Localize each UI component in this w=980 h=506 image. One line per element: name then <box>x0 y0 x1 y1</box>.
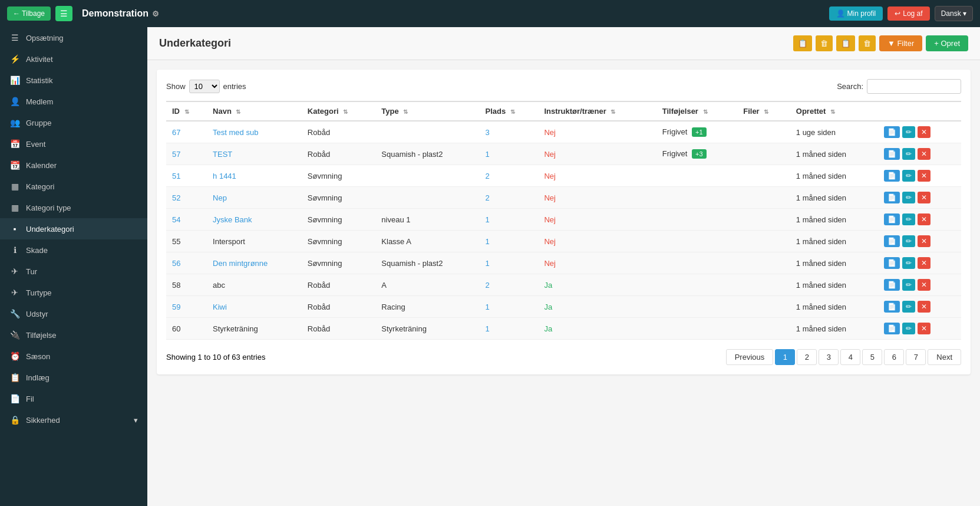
table-row[interactable]: Nep <box>207 187 302 209</box>
sidebar-item-udstyr[interactable]: 🔧 Udstyr <box>0 303 147 324</box>
page-7[interactable]: 7 <box>906 349 926 365</box>
col-id[interactable]: ID ⇅ <box>166 101 207 121</box>
create-button[interactable]: + Opret <box>926 35 968 51</box>
delete-row-button[interactable]: ✕ <box>918 148 930 160</box>
delete-row-button[interactable]: ✕ <box>918 279 930 291</box>
plugin-icon: 🔌 <box>9 330 20 340</box>
view-button[interactable]: 📄 <box>884 323 900 334</box>
view-button[interactable]: 📄 <box>884 192 900 203</box>
view-button[interactable]: 📄 <box>884 257 900 269</box>
col-tilfojelser[interactable]: Tilføjelser ⇅ <box>656 101 737 121</box>
col-type[interactable]: Type ⇅ <box>375 101 479 121</box>
col-filer[interactable]: Filer ⇅ <box>737 101 790 121</box>
sidebar-item-tilfojelse[interactable]: 🔌 Tilføjelse <box>0 324 147 346</box>
edit-button[interactable]: ✏ <box>902 126 915 138</box>
delete-button-1[interactable]: 🗑 <box>816 35 833 51</box>
view-button[interactable]: 📄 <box>884 235 900 247</box>
view-button[interactable]: 📄 <box>884 301 900 313</box>
table-row[interactable]: Jyske Bank <box>207 209 302 231</box>
chevron-down-icon: ▾ <box>134 416 138 425</box>
sidebar-item-event[interactable]: 📅 Event <box>0 133 147 155</box>
sidebar-item-statistik[interactable]: 📊 Statistik <box>0 70 147 91</box>
delete-row-button[interactable]: ✕ <box>918 213 930 225</box>
col-navn[interactable]: Navn ⇅ <box>207 101 302 121</box>
sidebar-item-gruppe[interactable]: 👥 Gruppe <box>0 112 147 133</box>
delete-row-button[interactable]: ✕ <box>918 170 930 182</box>
delete-row-button[interactable]: ✕ <box>918 257 930 269</box>
edit-button[interactable]: ✏ <box>902 170 915 182</box>
sidebar-item-tur[interactable]: ✈ Tur <box>0 261 147 282</box>
prev-button[interactable]: Previous <box>726 349 774 365</box>
table-row[interactable]: Den mintgrønne <box>207 252 302 274</box>
profile-button[interactable]: 👤 Min profil <box>829 6 883 21</box>
table-row-actions: 📄 ✏ ✕ <box>878 252 961 274</box>
sidebar-item-sikkerhed[interactable]: 🔒 Sikkerhed ▾ <box>0 409 147 431</box>
edit-button[interactable]: ✏ <box>902 257 915 269</box>
edit-button[interactable]: ✏ <box>902 213 915 225</box>
table-row[interactable]: h 1441 <box>207 165 302 187</box>
table-row: Klasse A <box>375 231 479 252</box>
page-1[interactable]: 1 <box>775 349 795 365</box>
col-kategori[interactable]: Kategori ⇅ <box>302 101 375 121</box>
table-row[interactable]: Test med sub <box>207 121 302 143</box>
col-instruktor[interactable]: Instruktør/træner ⇅ <box>538 101 656 121</box>
delete-button-2[interactable]: 🗑 <box>859 35 876 51</box>
table-row: niveau 1 <box>375 209 479 231</box>
page-2[interactable]: 2 <box>797 349 817 365</box>
table-row[interactable]: Intersport <box>207 231 302 252</box>
table-row[interactable]: abc <box>207 274 302 296</box>
page-4[interactable]: 4 <box>840 349 860 365</box>
sidebar-item-medlem[interactable]: 👤 Medlem <box>0 91 147 112</box>
language-selector[interactable]: Dansk ▾ <box>935 6 973 21</box>
entries-select[interactable]: 10 25 50 100 <box>189 80 220 93</box>
pagination: Previous 1 2 3 4 5 6 7 Next <box>726 349 961 365</box>
copy-button-1[interactable]: 📋 <box>793 35 812 51</box>
sidebar-item-kategori-type[interactable]: ▦ Kategori type <box>0 197 147 218</box>
edit-button[interactable]: ✏ <box>902 148 915 160</box>
edit-button[interactable]: ✏ <box>902 323 915 334</box>
view-button[interactable]: 📄 <box>884 170 900 182</box>
activity-icon: ⚡ <box>9 54 20 64</box>
page-5[interactable]: 5 <box>862 349 882 365</box>
delete-row-button[interactable]: ✕ <box>918 126 930 138</box>
sidebar-item-aktivitet[interactable]: ⚡ Aktivitet <box>0 48 147 70</box>
delete-row-button[interactable]: ✕ <box>918 235 930 247</box>
table-row[interactable]: Kiwi <box>207 296 302 318</box>
view-button[interactable]: 📄 <box>884 148 900 160</box>
menu-button[interactable]: ☰ <box>55 6 72 21</box>
delete-row-button[interactable]: ✕ <box>918 192 930 203</box>
list-icon: ☰ <box>9 33 20 42</box>
sidebar-item-opsaetning[interactable]: ☰ Opsætning <box>0 27 147 48</box>
search-input[interactable] <box>867 79 961 94</box>
sidebar-item-saeson[interactable]: ⏰ Sæson <box>0 346 147 367</box>
view-button[interactable]: 📄 <box>884 279 900 291</box>
edit-button[interactable]: ✏ <box>902 235 915 247</box>
sidebar-item-indlaeg[interactable]: 📋 Indlæg <box>0 367 147 388</box>
page-6[interactable]: 6 <box>884 349 904 365</box>
sidebar-item-turtype[interactable]: ✈ Turtype <box>0 282 147 303</box>
view-button[interactable]: 📄 <box>884 126 900 138</box>
sidebar-item-underkategori[interactable]: ▪ Underkategori <box>0 218 147 239</box>
sidebar-item-kalender[interactable]: 📆 Kalender <box>0 155 147 176</box>
sidebar-item-kategori[interactable]: ▦ Kategori <box>0 176 147 197</box>
sidebar-item-skade[interactable]: ℹ Skade <box>0 239 147 261</box>
edit-button[interactable]: ✏ <box>902 192 915 203</box>
table-row[interactable]: Styrketräning <box>207 318 302 340</box>
edit-button[interactable]: ✏ <box>902 301 915 313</box>
sidebar-item-fil[interactable]: 📄 Fil <box>0 388 147 409</box>
filter-button[interactable]: ▼ Filter <box>879 35 922 51</box>
logout-button[interactable]: ↩ Log af <box>887 6 929 21</box>
table-row[interactable]: TEST <box>207 143 302 165</box>
copy-button-2[interactable]: 📋 <box>836 35 855 51</box>
delete-row-button[interactable]: ✕ <box>918 323 930 334</box>
view-button[interactable]: 📄 <box>884 213 900 225</box>
page-3[interactable]: 3 <box>819 349 839 365</box>
edit-button[interactable]: ✏ <box>902 279 915 291</box>
table-row: 1 <box>480 209 539 231</box>
back-button[interactable]: ← Tilbage <box>7 6 51 21</box>
col-plads[interactable]: Plads ⇅ <box>480 101 539 121</box>
col-oprettet[interactable]: Oprettet ⇅ <box>790 101 879 121</box>
delete-row-button[interactable]: ✕ <box>918 301 930 313</box>
table-row: Søvmning <box>302 231 375 252</box>
next-button[interactable]: Next <box>928 349 961 365</box>
